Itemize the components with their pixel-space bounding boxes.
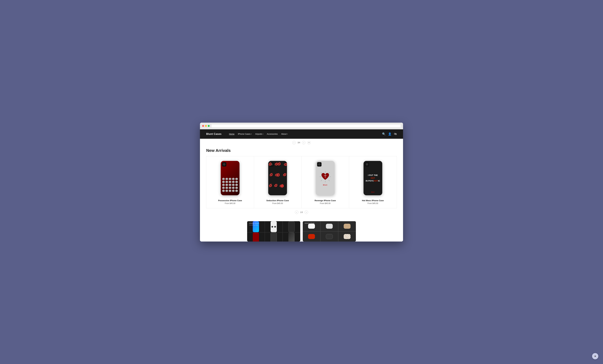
- gallery-item-cases[interactable]: ★★ Glowing Ghouls: [247, 221, 300, 242]
- phone-seduction-image: 💋 💋 💋 💋 💋 💋 💋 💋 💋 💋 💋: [268, 161, 287, 195]
- phone-revenge-image: Blunt: [316, 161, 335, 195]
- slideshow-counter: 3/4: [298, 141, 300, 144]
- new-arrivals-section: New Arrivals: [200, 147, 403, 220]
- camera-lens: [223, 163, 225, 165]
- product-name-revenge: Revenge iPhone Case: [305, 199, 346, 202]
- camera-module-hotmess: [365, 162, 369, 166]
- iphone-cases-chevron-icon: ▾: [251, 133, 252, 135]
- about-chevron-icon: ▾: [287, 133, 288, 135]
- browser-window: Blunt Cases Home iPhone Cases ▾ Airpods …: [200, 123, 403, 242]
- heart-design: Blunt: [319, 170, 332, 186]
- camera-module: [222, 162, 226, 166]
- bottom-gallery: ★★ Glowing Ghouls: [200, 220, 403, 242]
- new-arrivals-title: New Arrivals: [206, 148, 397, 153]
- product-card-revenge[interactable]: Blunt Revenge iPhone Case From $45.00: [302, 156, 349, 208]
- nav-home[interactable]: Home: [228, 132, 236, 136]
- product-name-hotmess: Hot Mess iPhone Case: [352, 199, 394, 202]
- product-card-hotmess[interactable]: I PUT THE HOT IN PSYCHOTIC Blunt Hot Mes…: [349, 156, 397, 208]
- carousel-counter: 1/3: [300, 211, 303, 213]
- camera-module-revenge: [317, 162, 322, 166]
- product-price-seduction: From $45.00: [257, 202, 298, 204]
- phone-possessive-image: [221, 161, 240, 195]
- svg-line-6: [321, 180, 322, 181]
- close-button[interactable]: [202, 125, 204, 127]
- gallery-watermark-2: Glowing Ghouls: [305, 223, 315, 224]
- nav-accessories[interactable]: Accessories: [266, 132, 279, 136]
- svg-line-7: [328, 180, 330, 181]
- carousel-next-button[interactable]: ›: [305, 211, 308, 214]
- brand-logo[interactable]: Blunt Cases: [206, 133, 221, 135]
- product-card-possessive[interactable]: Possessive iPhone Case From $45.00: [206, 156, 254, 208]
- phone-hotmess-image: I PUT THE HOT IN PSYCHOTIC Blunt: [363, 161, 382, 195]
- blunt-label-revenge: Blunt: [319, 184, 332, 186]
- blunt-label-hotmess: Blunt: [371, 191, 374, 193]
- svg-line-4: [321, 172, 322, 173]
- traffic-lights: [202, 125, 210, 127]
- browser-chrome: [200, 123, 403, 129]
- search-icon[interactable]: 🔍: [382, 132, 385, 136]
- star-rewards-button[interactable]: ★: [592, 353, 598, 359]
- gallery-watermark-1: Glowing Ghouls: [249, 223, 259, 224]
- hotmess-text: I PUT THE HOT IN PSYCHOTIC: [365, 174, 381, 182]
- address-bar[interactable]: [211, 124, 401, 128]
- product-carousel-nav: ‹ 1/3 ›: [206, 208, 397, 215]
- product-price-revenge: From $45.00: [305, 202, 346, 204]
- product-image-container-revenge: Blunt: [305, 159, 346, 197]
- main-nav: Home iPhone Cases ▾ Airpods ▾ Accessorie…: [228, 132, 289, 136]
- svg-line-5: [328, 172, 330, 173]
- header-left: Blunt Cases Home iPhone Cases ▾ Airpods …: [206, 132, 289, 136]
- camera-lens-revenge: [318, 163, 320, 165]
- carousel-prev-button[interactable]: ‹: [295, 211, 298, 214]
- gallery-item-airpods[interactable]: Glowing Ghouls: [303, 221, 356, 242]
- camera-lens-hotmess: [366, 163, 368, 165]
- slideshow-next-button[interactable]: ›: [302, 141, 305, 144]
- product-image-container-seduction: 💋 💋 💋 💋 💋 💋 💋 💋 💋 💋 💋: [257, 159, 298, 197]
- product-price-possessive: From $45.00: [209, 202, 251, 204]
- site-header: Blunt Cases Home iPhone Cases ▾ Airpods …: [200, 129, 403, 139]
- site-content: Blunt Cases Home iPhone Cases ▾ Airpods …: [200, 129, 403, 242]
- slideshow-prev-button[interactable]: ‹: [292, 141, 296, 144]
- studs-pattern: [222, 178, 238, 192]
- lips-pattern: 💋 💋 💋 💋 💋 💋 💋 💋 💋 💋 💋: [268, 161, 287, 195]
- product-name-seduction: Seduction iPhone Case: [257, 199, 298, 202]
- product-price-hotmess: From $45.00: [352, 202, 394, 204]
- header-icons: 🔍 👤 🛍: [382, 132, 397, 136]
- product-image-container-possessive: [209, 159, 251, 197]
- cart-icon[interactable]: 🛍: [394, 132, 397, 136]
- gallery-text-1: Something Baby: [249, 224, 258, 226]
- slideshow-pause-button[interactable]: ⏸: [307, 141, 311, 144]
- nav-iphone-cases[interactable]: iPhone Cases ▾: [237, 132, 253, 136]
- minimize-button[interactable]: [205, 125, 207, 127]
- nav-airpods[interactable]: Airpods ▾: [254, 132, 265, 136]
- product-image-container-hotmess: I PUT THE HOT IN PSYCHOTIC Blunt: [352, 159, 394, 197]
- maximize-button[interactable]: [208, 125, 210, 127]
- heart-svg-icon: [319, 170, 332, 183]
- product-card-seduction[interactable]: 💋 💋 💋 💋 💋 💋 💋 💋 💋 💋 💋: [254, 156, 302, 208]
- products-grid: Possessive iPhone Case From $45.00 💋 💋: [206, 156, 397, 208]
- slideshow-nav: ‹ 3/4 › ⏸: [200, 139, 403, 147]
- account-icon[interactable]: 👤: [388, 132, 392, 136]
- product-name-possessive: Possessive iPhone Case: [209, 199, 251, 202]
- airpods-chevron-icon: ▾: [263, 133, 263, 135]
- nav-about[interactable]: About ▾: [280, 132, 289, 136]
